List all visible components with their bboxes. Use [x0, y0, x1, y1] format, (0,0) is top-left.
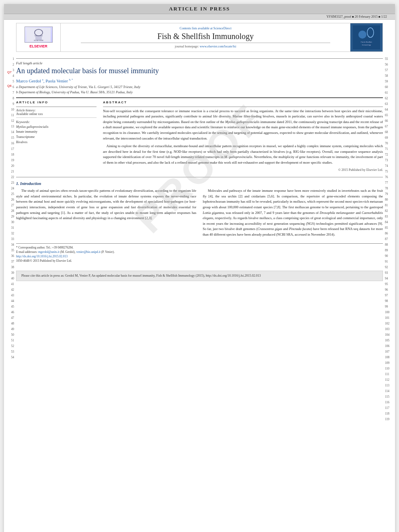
ln-32: 32	[4, 231, 14, 236]
lnr-106: 106	[385, 343, 395, 349]
ln-13: 13	[4, 124, 14, 129]
intro-body-columns: The study of animal species often reveal…	[16, 188, 383, 240]
ln-43: 43	[4, 293, 14, 298]
lnr-102: 102	[385, 321, 395, 327]
keyword-1: Mytilus galloprovincialis	[16, 125, 97, 130]
intro-para-2: Molecules and pathways of the innate imm…	[203, 188, 383, 237]
lnr-76: 76	[385, 175, 395, 180]
ln-53: 53	[4, 349, 14, 355]
lnr-82: 82	[385, 208, 395, 214]
lnr-60: 60	[385, 84, 395, 90]
ln-2: 2	[4, 62, 14, 68]
svg-text:ELSEVIER: ELSEVIER	[34, 39, 43, 41]
authors: Marco Gerdol a, Paola Venier b, *	[16, 78, 383, 83]
email-1[interactable]: mgerdol@units.it	[38, 250, 60, 254]
abstract-para-2: Aiming to explore the diversity of extra…	[103, 144, 383, 165]
ln-18: 18	[4, 152, 14, 158]
ln-7: 7	[4, 90, 14, 96]
ln-9: 9	[4, 101, 14, 107]
bottom-citation-bar: Please cite this article in press as: Ge…	[16, 271, 383, 281]
lnr-71: 71	[385, 146, 395, 152]
article-info-abstract-section: ARTICLE INFO Article history: Available …	[16, 101, 383, 173]
ln-42: 42	[4, 287, 14, 293]
proof-info-text: YFSIM3327_proof ■ 20 February 2015 ■ 1/2…	[326, 15, 387, 18]
ln-26: 26	[4, 197, 14, 203]
lnr-92: 92	[385, 265, 395, 270]
doi-link[interactable]: http://dx.doi.org/10.1016/j.fsi.2015.02.…	[16, 255, 68, 258]
lnr-69: 69	[385, 135, 395, 141]
ln-37: 37	[4, 259, 14, 265]
lnr-65: 65	[385, 113, 395, 118]
svg-point-6	[358, 31, 366, 39]
lnr-114: 114	[385, 388, 395, 394]
elsevier-label: ELSEVIER	[29, 44, 47, 48]
ln-39: 39	[4, 270, 14, 276]
main-content: Q7 Q6 Full length article An updated mol…	[4, 54, 395, 267]
lnr-88: 88	[385, 242, 395, 248]
ln-23: 23	[4, 180, 14, 186]
article-info-column: ARTICLE INFO Article history: Available …	[16, 101, 97, 173]
introduction-section: 1. Introduction The study of animal spec…	[16, 181, 383, 240]
footnote-area: * Corresponding author. Tel.: +39 049827…	[16, 243, 383, 263]
lnr-85: 85	[385, 225, 395, 231]
lnr-68: 68	[385, 129, 395, 135]
svg-text:Fish & Shellfish: Fish & Shellfish	[361, 41, 372, 43]
lnr-104: 104	[385, 332, 395, 338]
lnr-58: 58	[385, 73, 395, 79]
ln-27: 27	[4, 203, 14, 208]
lnr-80: 80	[385, 197, 395, 203]
affiliations: a Department of Life Sciences, Universit…	[16, 84, 383, 95]
ln-33: 33	[4, 236, 14, 242]
sciencedirect-text: Contents lists available at ScienceDirec…	[65, 27, 346, 30]
sciencedirect-link-text[interactable]: ScienceDirect	[214, 27, 232, 30]
line-numbers-right: 55 56 57 58 59 60 61 62 63 64 65 66 67 6…	[384, 56, 395, 422]
lnr-56: 56	[385, 62, 395, 68]
lnr-83: 83	[385, 214, 395, 220]
lnr-61: 61	[385, 90, 395, 96]
lnr-95: 95	[385, 281, 395, 287]
lnr-109: 109	[385, 360, 395, 366]
ln-45: 45	[4, 304, 14, 310]
lnr-116: 116	[385, 400, 395, 405]
lnr-100: 100	[385, 310, 395, 315]
lnr-81: 81	[385, 203, 395, 208]
email-2[interactable]: venier@bio.unipd.it	[76, 250, 100, 254]
ln-24: 24	[4, 186, 14, 191]
ln-44: 44	[4, 298, 14, 304]
ln-5: 5	[4, 79, 14, 84]
ln-28: 28	[4, 208, 14, 214]
lnr-55: 55	[385, 56, 395, 62]
doi-line[interactable]: http://dx.doi.org/10.1016/j.fsi.2015.02.…	[16, 254, 383, 259]
email-2-name: (P. Venier).	[101, 250, 115, 254]
ln-17: 17	[4, 146, 14, 152]
article-info-label: ARTICLE INFO	[16, 101, 97, 104]
ln-31: 31	[4, 225, 14, 231]
lnr-90: 90	[385, 253, 395, 259]
lnr-93: 93	[385, 270, 395, 276]
intro-heading: 1. Introduction	[16, 181, 383, 186]
lnr-67: 67	[385, 124, 395, 129]
lnr-105: 105	[385, 338, 395, 343]
lnr-77: 77	[385, 180, 395, 186]
margin-note-q7: Q7	[7, 70, 12, 74]
keywords-list: Mytilus galloprovincialis Innate immunit…	[16, 125, 97, 145]
keyword-2: Innate immunity	[16, 129, 97, 135]
affiliation-b: b Department of Biology, University of P…	[16, 90, 383, 95]
abstract-para-1: Non-self recognition with the consequent…	[103, 109, 383, 142]
corresponding-text: * Corresponding author. Tel.: +39 049827…	[16, 246, 74, 249]
ln-19: 19	[4, 158, 14, 163]
keyword-3: Transcriptome	[16, 135, 97, 140]
lnr-96: 96	[385, 287, 395, 293]
lnr-110: 110	[385, 366, 395, 372]
ln-52: 52	[4, 343, 14, 349]
homepage-url[interactable]: www.elsevier.com/locate/fsi	[200, 45, 237, 48]
ln-20: 20	[4, 163, 14, 169]
ln-54: 54	[4, 355, 14, 360]
lnr-117: 117	[385, 405, 395, 411]
keyword-4: Bivalves	[16, 140, 97, 145]
lnr-111: 111	[385, 372, 395, 377]
lnr-98: 98	[385, 298, 395, 304]
lnr-91: 91	[385, 259, 395, 265]
ln-12: 12	[4, 118, 14, 124]
ln-41: 41	[4, 281, 14, 287]
